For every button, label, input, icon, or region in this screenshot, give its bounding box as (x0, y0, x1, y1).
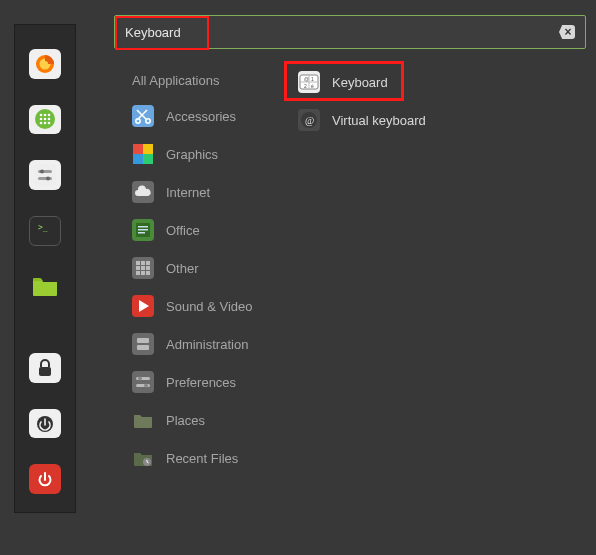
svg-rect-30 (138, 229, 148, 231)
category-label: Internet (166, 185, 210, 200)
svg-text:@: @ (304, 76, 309, 82)
category-label: Places (166, 413, 205, 428)
launcher-settings[interactable] (29, 160, 61, 190)
launcher-firefox[interactable] (29, 49, 61, 79)
result-label: Keyboard (332, 75, 388, 90)
sliders-icon (34, 164, 56, 186)
folder-icon (132, 409, 154, 431)
svg-point-16 (46, 177, 50, 181)
svg-rect-31 (138, 232, 145, 234)
svg-rect-34 (146, 261, 150, 265)
svg-rect-33 (141, 261, 145, 265)
svg-rect-37 (146, 266, 150, 270)
svg-text:1: 1 (311, 76, 314, 82)
result-virtual-keyboard[interactable]: @ Virtual keyboard (288, 101, 590, 139)
svg-rect-12 (34, 164, 56, 186)
category-label: Recent Files (166, 451, 238, 466)
svg-text:@: @ (305, 115, 314, 126)
virtual-keyboard-icon: @ (298, 109, 320, 131)
category-label: Office (166, 223, 200, 238)
svg-text:2: 2 (304, 83, 307, 89)
svg-rect-24 (133, 144, 143, 154)
category-label: Other (166, 261, 199, 276)
category-label: Accessories (166, 109, 236, 124)
terminal-icon: >_ (34, 220, 56, 242)
recent-folder-icon (132, 447, 154, 469)
svg-rect-19 (39, 367, 51, 376)
preferences-icon (132, 371, 154, 393)
application-menu: All Applications Accessories Graphics In… (114, 15, 590, 540)
svg-rect-29 (138, 226, 148, 228)
svg-point-11 (48, 122, 51, 125)
svg-point-46 (144, 384, 148, 388)
category-sound-video[interactable]: Sound & Video (114, 287, 284, 325)
search-input[interactable] (125, 25, 559, 40)
cloud-icon (132, 181, 154, 203)
category-list: All Applications Accessories Graphics In… (114, 63, 284, 477)
launcher-power[interactable] (29, 464, 61, 494)
svg-rect-40 (146, 271, 150, 275)
result-keyboard[interactable]: @12é Keyboard (288, 63, 590, 101)
category-label: Administration (166, 337, 248, 352)
folder-icon (32, 275, 58, 297)
svg-text:>_: >_ (38, 223, 48, 232)
launcher-bar: >_ (14, 24, 76, 513)
svg-point-23 (146, 119, 150, 123)
svg-rect-32 (136, 261, 140, 265)
clear-search-icon[interactable] (559, 25, 575, 39)
svg-rect-36 (141, 266, 145, 270)
svg-rect-41 (137, 338, 149, 343)
svg-point-7 (44, 118, 47, 121)
category-administration[interactable]: Administration (114, 325, 284, 363)
firefox-icon (34, 53, 56, 75)
svg-text:é: é (311, 83, 314, 89)
svg-point-6 (40, 118, 43, 121)
category-internet[interactable]: Internet (114, 173, 284, 211)
category-label: All Applications (132, 73, 219, 88)
svg-rect-27 (143, 154, 153, 164)
category-all-applications[interactable]: All Applications (114, 63, 284, 97)
category-recent-files[interactable]: Recent Files (114, 439, 284, 477)
svg-point-5 (48, 114, 51, 117)
svg-point-3 (40, 114, 43, 117)
svg-point-9 (40, 122, 43, 125)
category-preferences[interactable]: Preferences (114, 363, 284, 401)
svg-rect-38 (136, 271, 140, 275)
category-label: Sound & Video (166, 299, 253, 314)
category-label: Graphics (166, 147, 218, 162)
svg-rect-25 (143, 144, 153, 154)
office-icon (132, 219, 154, 241)
power-icon (35, 469, 55, 489)
category-places[interactable]: Places (114, 401, 284, 439)
svg-point-8 (48, 118, 51, 121)
category-accessories[interactable]: Accessories (114, 97, 284, 135)
graphics-icon (132, 143, 154, 165)
category-graphics[interactable]: Graphics (114, 135, 284, 173)
launcher-logout[interactable] (29, 409, 61, 439)
category-office[interactable]: Office (114, 211, 284, 249)
play-icon (132, 295, 154, 317)
grid-icon (132, 257, 154, 279)
search-results: @12é Keyboard @ Virtual keyboard (284, 63, 590, 477)
svg-point-14 (40, 170, 44, 174)
svg-rect-26 (133, 154, 143, 164)
search-field-container (114, 15, 586, 49)
launcher-contacts[interactable] (29, 105, 61, 135)
svg-rect-35 (136, 266, 140, 270)
category-other[interactable]: Other (114, 249, 284, 287)
svg-point-4 (44, 114, 47, 117)
grid-app-icon (34, 108, 56, 130)
scissors-icon (132, 105, 154, 127)
result-label: Virtual keyboard (332, 113, 426, 128)
svg-rect-42 (137, 345, 149, 350)
launcher-files[interactable] (29, 272, 61, 302)
svg-point-10 (44, 122, 47, 125)
logout-icon (35, 414, 55, 434)
svg-point-22 (136, 119, 140, 123)
category-label: Preferences (166, 375, 236, 390)
svg-point-44 (138, 377, 142, 381)
launcher-terminal[interactable]: >_ (29, 216, 61, 246)
launcher-lock[interactable] (29, 353, 61, 383)
keyboard-icon: @12é (298, 71, 320, 93)
admin-icon (132, 333, 154, 355)
